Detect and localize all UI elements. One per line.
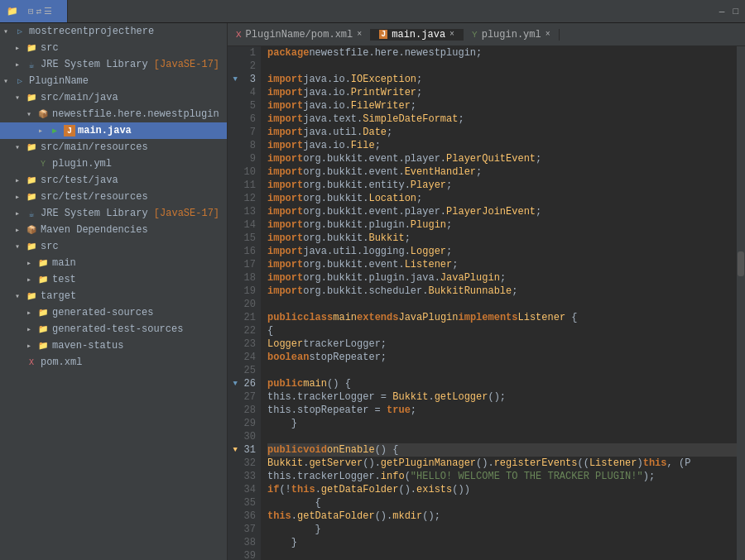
line-number-27: 27: [228, 390, 256, 404]
line-number-39: 39: [228, 549, 256, 560]
fold-arrow-31[interactable]: ▼: [228, 443, 238, 457]
tree-item-mavendep[interactable]: ▸ 📦 Maven Dependencies: [0, 222, 227, 238]
code-line-31: public void onEnable() {: [267, 443, 737, 457]
line-number-4: 4: [228, 86, 256, 99]
tree-item-srctest[interactable]: ▸ 📁 src/test/java: [0, 172, 227, 189]
tree-arrow: ▾: [26, 109, 36, 119]
tree-item-srcmainresources[interactable]: ▾ 📁 src/main/resources: [0, 139, 227, 156]
tree-item-newestfile[interactable]: ▾ 📦 newestfile.here.newestplugin: [0, 106, 227, 122]
tree-item-srcmain[interactable]: ▾ 📁 src/main/java: [0, 89, 227, 106]
folder-icon: 📁: [25, 240, 38, 253]
tree-item-label: maven-status: [52, 340, 123, 352]
tab-label: plugin.yml: [482, 29, 541, 41]
line-number-34: 34: [228, 483, 256, 496]
code-line-2: [267, 60, 737, 73]
folder-icon: 📁: [36, 256, 50, 270]
line-number-21: 21: [228, 311, 256, 324]
vertical-scrollbar[interactable]: [737, 46, 745, 560]
menu-icon[interactable]: ☰: [44, 6, 52, 17]
line-number-36: 36: [228, 510, 256, 523]
tab-yml-icon: Y: [472, 30, 478, 40]
tree-arrow: ▸: [26, 324, 36, 334]
tree-item-srctestres[interactable]: ▸ 📁 src/test/resources: [0, 189, 227, 205]
code-line-39: [267, 549, 737, 560]
line-number-15: 15: [228, 232, 256, 245]
code-line-32: Bukkit.getServer().getPluginManager().re…: [267, 457, 737, 470]
tree-arrow: ▾: [15, 142, 25, 152]
editor-tabs: X PluginName/pom.xml × J main.java × Y p…: [228, 23, 745, 46]
tree-item-main2[interactable]: ▸ 📁 main: [0, 255, 227, 271]
tree-item-gensrc[interactable]: ▸ 📁 generated-sources: [0, 304, 227, 321]
java-file-icon: J: [64, 125, 75, 136]
maximize-button[interactable]: □: [729, 5, 742, 18]
tree-item-pluginyml[interactable]: Y plugin.yml: [0, 156, 227, 172]
code-line-37: }: [267, 523, 737, 536]
run-icon: ▶: [48, 124, 61, 137]
tab-java-icon: J: [379, 30, 387, 39]
tree-item-label: target: [41, 290, 76, 302]
tree-item-mainjava[interactable]: ▸ ▶ J main.java: [0, 122, 227, 139]
tree-item-label: src/main/resources: [41, 141, 148, 153]
code-line-29: }: [267, 417, 737, 430]
tree-item-pluginname[interactable]: ▾ ▷ PluginName: [0, 73, 227, 89]
tree-item-label: src: [41, 241, 59, 252]
code-line-35: {: [267, 496, 737, 510]
fold-arrow-26[interactable]: ▼: [228, 377, 238, 390]
line-number-23: 23: [228, 337, 256, 351]
tree-item-src2[interactable]: ▾ 📁 src: [0, 238, 227, 255]
line-number-5: 5: [228, 99, 256, 112]
code-line-22: {: [267, 324, 737, 337]
line-number-1: 1: [228, 46, 256, 60]
editor-tab-pluginyml[interactable]: Y plugin.yml ×: [464, 29, 560, 41]
code-content[interactable]: package newestfile.here.newestplugin; im…: [261, 46, 737, 560]
tree-arrow: ▸: [15, 175, 25, 185]
tree-item-test2[interactable]: ▸ 📁 test: [0, 271, 227, 288]
yml-icon: Y: [36, 157, 50, 170]
folder-icon: 📁: [25, 290, 38, 303]
collapse-icon[interactable]: ⊟: [28, 6, 34, 17]
top-tab-bar: 📁 ⊟ ⇄ ☰ — □: [0, 0, 745, 23]
tree-item-jre2[interactable]: ▸ ☕ JRE System Library [JavaSE-17]: [0, 205, 227, 222]
scrollbar-thumb[interactable]: [738, 251, 744, 276]
tab-label: PluginName/pom.xml: [246, 29, 353, 41]
src-folder-icon: 📁: [25, 190, 38, 203]
jre-icon: ☕: [25, 207, 38, 220]
editor-tab-mainjava[interactable]: J main.java ×: [371, 29, 464, 41]
tree-arrow: ▾: [15, 93, 25, 103]
minimize-button[interactable]: —: [716, 5, 728, 18]
line-number-20: 20: [228, 298, 256, 311]
package-explorer-icon: 📁: [7, 6, 18, 17]
link-icon[interactable]: ⇄: [36, 6, 42, 17]
tab-close-icon[interactable]: ×: [449, 30, 454, 39]
package-explorer-tab[interactable]: 📁 ⊟ ⇄ ☰: [0, 0, 68, 22]
line-number-8: 8: [228, 139, 256, 152]
tree-arrow: ▾: [3, 76, 13, 86]
tree-item-gentestsrc[interactable]: ▸ 📁 generated-test-sources: [0, 321, 227, 337]
code-line-34: if(!this.getDataFolder().exists()): [267, 483, 737, 496]
line-number-37: 37: [228, 523, 256, 536]
tree-item-src1[interactable]: ▸ 📁 src: [0, 40, 227, 56]
right-panel: X PluginName/pom.xml × J main.java × Y p…: [228, 23, 745, 560]
tree-arrow: ▸: [15, 225, 25, 235]
tree-item-mavenstatus[interactable]: ▸ 📁 maven-status: [0, 337, 227, 354]
tree-item-label: JRE System Library [JavaSE-17]: [41, 208, 219, 219]
tree-item-pomxml[interactable]: X pom.xml: [0, 354, 227, 371]
tree-item-target[interactable]: ▾ 📁 target: [0, 288, 227, 304]
code-line-9: import org.bukkit.event.player.PlayerQui…: [267, 152, 737, 165]
tab-close-icon[interactable]: ×: [546, 30, 550, 39]
line-number-25: 25: [228, 364, 256, 377]
line-number-6: 6: [228, 112, 256, 126]
line-number-3: ▼3: [228, 73, 256, 86]
line-number-24: 24: [228, 351, 256, 364]
tree-item-label: pom.xml: [41, 357, 82, 368]
code-line-10: import org.bukkit.event.EventHandler;: [267, 165, 737, 179]
editor-tab-pomxml[interactable]: X PluginName/pom.xml ×: [228, 29, 371, 41]
dep-icon: 📦: [25, 223, 38, 237]
tree-item-jre1[interactable]: ▸ ☕ JRE System Library [JavaSE-17]: [0, 56, 227, 73]
tree-item-mostrecentprojecthere[interactable]: ▾ ▷ mostrecentprojecthere: [0, 23, 227, 40]
tab-close-icon[interactable]: ×: [357, 30, 362, 39]
tree-item-label: main: [52, 257, 76, 269]
code-line-16: import java.util.logging.Logger;: [267, 245, 737, 258]
tab-xml-icon: X: [236, 30, 242, 40]
fold-arrow-3[interactable]: ▼: [228, 73, 238, 86]
